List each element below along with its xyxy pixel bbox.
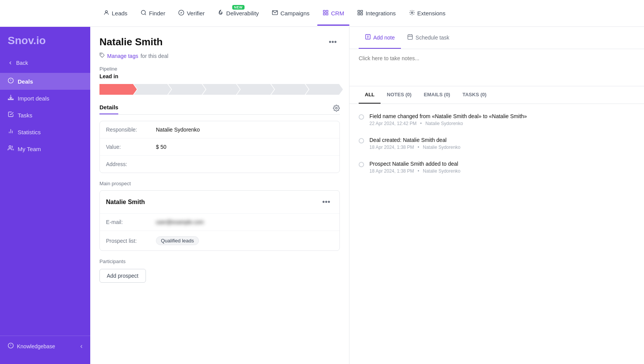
add-note-label: Add note (373, 35, 395, 41)
pipeline-stage-1[interactable] (99, 84, 137, 95)
pipeline-stage-4[interactable] (202, 84, 240, 95)
nav-item-deliverability[interactable]: NEW Deliverability (212, 7, 264, 20)
book-icon (8, 343, 14, 350)
svg-line-2 (145, 14, 146, 15)
person-icon (103, 10, 109, 17)
email-value: user@example.com (156, 219, 204, 225)
nav-item-extensions[interactable]: Extensions (404, 7, 451, 20)
notes-textarea[interactable] (359, 55, 635, 78)
svg-point-0 (105, 10, 107, 12)
details-settings-button[interactable] (333, 105, 340, 114)
sidebar-item-tasks[interactable]: Tasks (0, 107, 90, 124)
manage-tags-row: Manage tags for this deal (99, 53, 340, 59)
svg-rect-10 (361, 10, 363, 12)
sidebar-item-my-team[interactable]: My Team (0, 140, 90, 157)
deal-header: Natalie Smith ••• (99, 36, 340, 48)
details-card: Responsible: Natalie Sydorenko Value: $ … (99, 121, 340, 173)
svg-point-1 (141, 10, 146, 15)
value-row: Value: $ 50 (100, 138, 339, 156)
svg-rect-8 (326, 13, 328, 15)
pipeline-stage-2[interactable] (134, 84, 171, 95)
activity-author-2: Natalie Sydorenko (423, 145, 460, 150)
activity-sep-2: • (417, 145, 419, 150)
activity-author-1: Natalie Sydorenko (425, 121, 463, 126)
logo-suffix: .io (33, 35, 46, 46)
sidebar: Snov.io Back Deals Import deals (0, 27, 90, 364)
pipeline-stage-6[interactable] (271, 84, 308, 95)
activity-content-1: Field name changed from «Natalie Smith d… (369, 113, 635, 126)
activity-item-2: Deal created: Natalie Smith deal 18 Apr … (359, 137, 635, 150)
email-row: E-mail: user@example.com (100, 214, 339, 231)
activity-tab-all[interactable]: ALL (359, 86, 381, 104)
notes-editor (349, 49, 644, 86)
sidebar-item-my-team-label: My Team (18, 146, 41, 152)
nav-deliverability-label: Deliverability (226, 10, 259, 16)
team-icon (8, 145, 14, 153)
activity-tab-notes[interactable]: NOTES (0) (381, 86, 417, 104)
activity-dot-3 (359, 162, 364, 167)
activity-dot-1 (359, 114, 364, 120)
nav-item-crm[interactable]: CRM (317, 7, 349, 20)
nav-campaigns-label: Campaigns (280, 10, 310, 16)
tab-schedule-task[interactable]: Schedule task (401, 27, 455, 49)
main-layout: Snov.io Back Deals Import deals (0, 27, 644, 364)
prospect-header: Natalie Smith ••• (100, 191, 339, 214)
schedule-task-label: Schedule task (416, 35, 449, 41)
svg-rect-30 (408, 35, 412, 40)
nav-leads-label: Leads (112, 10, 127, 16)
sidebar-item-deals[interactable]: Deals (0, 73, 90, 90)
value-amount: $ 50 (156, 144, 166, 150)
prospect-card: Natalie Smith ••• E-mail: user@example.c… (99, 190, 340, 251)
pipeline-label: Pipeline Lead in (99, 66, 340, 79)
pipeline-stage-3[interactable] (168, 84, 205, 95)
activity-meta-3: 18 Apr 2024, 1:38 PM • Natalie Sydorenko (369, 168, 635, 174)
sidebar-item-import-label: Import deals (18, 95, 50, 102)
check-circle-icon (178, 10, 184, 17)
notes-tabs: Add note Schedule task (349, 27, 644, 49)
deal-panel: Natalie Smith ••• Manage tags for this d… (90, 27, 349, 364)
prospect-more-button[interactable]: ••• (319, 196, 333, 208)
manage-tags-link[interactable]: Manage tags (107, 53, 138, 59)
nav-item-leads[interactable]: Leads (98, 7, 133, 20)
pipeline-stage-5[interactable] (237, 84, 274, 95)
top-nav: Leads Finder Verifier NEW Deliverability (0, 0, 644, 27)
participants-label: Participants (99, 259, 340, 264)
nav-item-verifier[interactable]: Verifier (173, 7, 210, 20)
activity-date-1: 22 Apr 2024, 12:42 PM (369, 121, 417, 126)
tasks-icon (8, 111, 14, 119)
sidebar-back-button[interactable]: Back (0, 56, 90, 70)
statistics-icon (8, 128, 14, 136)
nav-item-integrations[interactable]: Integrations (352, 7, 401, 20)
nav-crm-label: CRM (331, 10, 344, 16)
tab-add-note[interactable]: Add note (359, 27, 401, 49)
note-icon (365, 34, 371, 41)
pipeline-stage-7[interactable] (306, 84, 343, 95)
import-icon (8, 94, 14, 102)
knowledgebase-button[interactable]: Knowledgebase (8, 343, 55, 350)
content-area: Natalie Smith ••• Manage tags for this d… (90, 27, 644, 364)
activity-meta-2: 18 Apr 2024, 1:38 PM • Natalie Sydorenko (369, 145, 635, 150)
nav-item-finder[interactable]: Finder (135, 7, 171, 20)
collapse-sidebar-button[interactable]: ‹ (80, 342, 83, 350)
sidebar-item-statistics[interactable]: Statistics (0, 124, 90, 140)
integrations-icon (357, 10, 363, 17)
calendar-icon (407, 34, 413, 41)
activity-tab-emails[interactable]: EMAILS (0) (418, 86, 457, 104)
activity-author-3: Natalie Sydorenko (423, 168, 460, 174)
sidebar-item-import-deals[interactable]: Import deals (0, 90, 90, 107)
prospect-list-tag[interactable]: Qualified leads (156, 236, 199, 245)
search-icon (141, 10, 147, 17)
deal-more-button[interactable]: ••• (326, 36, 340, 48)
nav-item-campaigns[interactable]: Campaigns (267, 7, 315, 20)
add-prospect-button[interactable]: Add prospect (99, 269, 146, 283)
svg-rect-5 (323, 10, 325, 12)
sidebar-item-deals-label: Deals (18, 78, 33, 85)
address-row: Address: (100, 156, 339, 173)
responsible-row: Responsible: Natalie Sydorenko (100, 121, 339, 138)
sidebar-item-statistics-label: Statistics (18, 129, 41, 135)
details-section-title: Details (99, 104, 118, 114)
activity-tab-tasks[interactable]: TASKS (0) (456, 86, 493, 104)
activity-dot-2 (359, 138, 364, 143)
activity-content-3: Prospect Natalie Smith added to deal 18 … (369, 161, 635, 174)
activity-feed: Field name changed from «Natalie Smith d… (349, 104, 644, 364)
